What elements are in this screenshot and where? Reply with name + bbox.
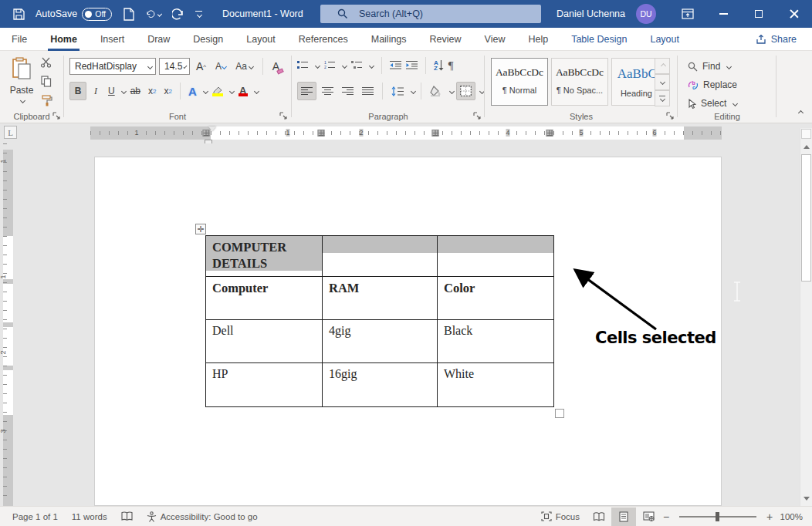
change-case-button[interactable]: Aa [232, 57, 256, 76]
bullets-dropdown-icon[interactable] [315, 62, 320, 68]
numbering-dropdown-icon[interactable] [342, 62, 347, 68]
accessibility-status[interactable]: Accessibility: Good to go [140, 507, 265, 526]
bullets-button[interactable] [297, 60, 309, 72]
align-center-button[interactable] [319, 82, 337, 100]
format-painter-button[interactable] [41, 95, 52, 109]
italic-button[interactable]: I [88, 82, 103, 100]
page-indicator[interactable]: Page 1 of 1 [0, 507, 65, 526]
tab-layout[interactable]: Layout [235, 28, 287, 51]
word-count[interactable]: 11 words [65, 507, 114, 526]
borders-button[interactable] [456, 82, 475, 100]
tab-design[interactable]: Design [181, 28, 235, 51]
text-effects-button[interactable]: A [185, 82, 200, 100]
zoom-slider[interactable] [679, 516, 756, 518]
vertical-scrollbar[interactable] [800, 128, 812, 506]
search-input[interactable]: Search (Alt+Q) [320, 5, 541, 23]
style-no-spacing[interactable]: AaBbCcDc ¶ No Spac... [551, 58, 608, 106]
underline-button[interactable]: U [105, 82, 118, 100]
select-button[interactable]: Select [688, 95, 737, 112]
text-effects-dropdown-icon[interactable] [203, 88, 208, 93]
bold-button[interactable]: B [69, 82, 86, 100]
font-color-button[interactable]: A [235, 82, 251, 100]
ribbon-display-options-button[interactable] [670, 0, 705, 28]
customize-toolbar-icon[interactable] [195, 11, 202, 18]
maximize-button[interactable] [741, 0, 776, 28]
minimize-button[interactable] [705, 0, 741, 28]
styles-dialog-launcher-icon[interactable] [666, 111, 675, 120]
shrink-font-button[interactable]: A [212, 57, 229, 76]
paragraph-dialog-launcher-icon[interactable] [473, 111, 482, 120]
focus-button[interactable]: Focus [534, 507, 587, 526]
styles-scroll-up-button[interactable] [655, 58, 670, 74]
clipboard-dialog-launcher-icon[interactable] [52, 111, 62, 120]
scroll-up-button[interactable] [801, 141, 812, 153]
underline-dropdown-icon[interactable] [121, 88, 127, 93]
paste-button[interactable]: Paste [5, 57, 39, 113]
font-dialog-launcher-icon[interactable] [279, 111, 289, 120]
grow-font-button[interactable]: A^ [193, 57, 209, 76]
replace-button[interactable]: bc Replace [688, 76, 737, 93]
scrollbar-thumb[interactable] [801, 154, 811, 282]
redo-button[interactable] [171, 6, 186, 22]
shading-button[interactable] [427, 82, 445, 100]
multilevel-dropdown-icon[interactable] [369, 62, 374, 68]
scroll-down-button[interactable] [801, 493, 812, 504]
sort-button[interactable]: AZ [434, 60, 444, 71]
justify-button[interactable] [359, 82, 377, 100]
subscript-button[interactable]: x2 [145, 82, 159, 100]
align-right-button[interactable] [339, 82, 357, 100]
font-name-combo[interactable]: RedHatDisplay [69, 58, 156, 75]
tab-table-design[interactable]: Table Design [560, 28, 638, 51]
tab-draw[interactable]: Draw [136, 28, 181, 51]
superscript-button[interactable]: x2 [161, 82, 174, 100]
multilevel-list-button[interactable] [351, 60, 363, 72]
select-dropdown-icon[interactable] [732, 100, 738, 106]
tab-help[interactable]: Help [516, 28, 560, 51]
numbering-button[interactable]: 12 [324, 60, 336, 72]
show-formatting-button[interactable]: ¶ [448, 59, 454, 72]
tab-review[interactable]: Review [418, 28, 473, 51]
decrease-indent-button[interactable] [390, 60, 401, 72]
highlight-button[interactable] [209, 82, 226, 100]
styles-scroll-down-button[interactable] [655, 74, 670, 90]
autosave-control[interactable]: AutoSave Off [36, 8, 112, 21]
find-button[interactable]: Find [688, 58, 737, 75]
style-normal[interactable]: AaBbCcDc ¶ Normal [491, 58, 548, 106]
table-column-marker[interactable] [546, 130, 553, 137]
font-size-combo[interactable]: 14.5 [159, 58, 190, 75]
tab-mailings[interactable]: Mailings [360, 28, 418, 51]
cut-button[interactable] [40, 57, 52, 70]
line-spacing-button[interactable] [388, 82, 407, 100]
zoom-level[interactable]: 100% [775, 512, 807, 521]
horizontal-ruler[interactable]: 1 1 2 4 5 6 [90, 126, 722, 140]
tab-insert[interactable]: Insert [89, 28, 136, 51]
read-mode-button[interactable] [587, 507, 611, 526]
highlight-dropdown-icon[interactable] [229, 88, 235, 93]
new-document-icon[interactable] [121, 6, 137, 22]
font-color-dropdown-icon[interactable] [254, 88, 259, 93]
align-left-button[interactable] [297, 82, 316, 100]
undo-button[interactable] [146, 6, 161, 22]
copy-button[interactable] [41, 76, 52, 89]
zoom-in-button[interactable]: + [764, 511, 775, 523]
strikethrough-button[interactable]: ab [127, 82, 144, 100]
close-button[interactable] [776, 0, 812, 28]
proofing-button[interactable] [114, 507, 140, 526]
tab-table-layout[interactable]: Layout [638, 28, 691, 51]
styles-more-button[interactable] [655, 90, 670, 106]
zoom-out-button[interactable]: − [661, 511, 672, 523]
save-icon[interactable] [11, 6, 26, 22]
zoom-slider-thumb[interactable] [716, 512, 719, 521]
table-column-marker[interactable] [318, 130, 325, 137]
autosave-toggle[interactable]: Off [82, 8, 112, 21]
collapse-ribbon-button[interactable] [798, 110, 804, 116]
print-layout-button[interactable] [611, 507, 636, 526]
first-line-indent-marker[interactable] [208, 126, 216, 131]
tab-view[interactable]: View [473, 28, 517, 51]
find-dropdown-icon[interactable] [726, 63, 732, 69]
increase-indent-button[interactable] [406, 60, 418, 72]
table-column-marker[interactable] [432, 130, 439, 137]
tab-references[interactable]: References [287, 28, 360, 51]
share-button[interactable]: Share [749, 30, 803, 49]
clear-formatting-button[interactable]: A [269, 57, 283, 76]
